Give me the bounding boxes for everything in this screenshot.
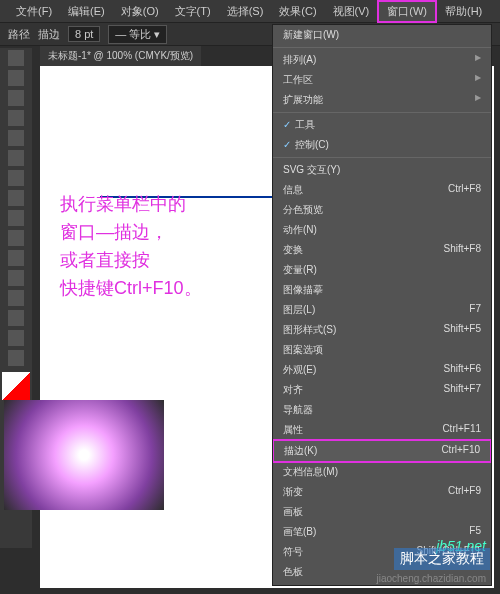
instruction-text: 执行菜单栏中的 窗口—描边， 或者直接按 快捷键Ctrl+F10。 (60, 190, 202, 302)
stroke-profile[interactable]: — 等比 ▾ (108, 25, 167, 44)
mi-layers[interactable]: 图层(L)F7 (273, 300, 491, 320)
instr-line4: 快捷键Ctrl+F10。 (60, 274, 202, 302)
mi-sep[interactable]: 分色预览 (273, 200, 491, 220)
mi-nav[interactable]: 导航器 (273, 400, 491, 420)
watermark-footer: jiaocheng.chazidian.com (376, 573, 486, 584)
path-label: 路径 (8, 27, 30, 42)
mi-gopt[interactable]: 图案选项 (273, 340, 491, 360)
mi-action[interactable]: 动作(N) (273, 220, 491, 240)
menubar: 文件(F) 编辑(E) 对象(O) 文字(T) 选择(S) 效果(C) 视图(V… (0, 0, 500, 23)
instr-line2: 窗口—描边， (60, 218, 202, 246)
tool-free[interactable] (8, 290, 24, 306)
stroke-label: 描边 (38, 27, 60, 42)
mi-ext[interactable]: 扩展功能 (273, 90, 491, 110)
fill-stroke-swatch[interactable] (2, 372, 30, 400)
menu-window[interactable]: 窗口(W) (377, 0, 437, 23)
mi-appear[interactable]: 外观(E)Shift+F6 (273, 360, 491, 380)
mi-tools[interactable]: ✓工具 (273, 115, 491, 135)
menu-select[interactable]: 选择(S) (219, 2, 272, 21)
mi-align[interactable]: 对齐Shift+F7 (273, 380, 491, 400)
mi-attr[interactable]: 属性Ctrl+F11 (273, 420, 491, 440)
menu-view[interactable]: 视图(V) (325, 2, 378, 21)
mi-gstyle[interactable]: 图形样式(S)Shift+F5 (273, 320, 491, 340)
tool-rotate[interactable] (8, 230, 24, 246)
menu-file[interactable]: 文件(F) (8, 2, 60, 21)
mi-docinfo[interactable]: 文档信息(M) (273, 462, 491, 482)
tool-brush[interactable] (8, 170, 24, 186)
mi-newwin[interactable]: 新建窗口(W) (273, 25, 491, 45)
tool-select[interactable] (8, 50, 24, 66)
tool-blend[interactable] (8, 350, 24, 366)
tool-width[interactable] (8, 270, 24, 286)
mi-var[interactable]: 变量(R) (273, 260, 491, 280)
document-tab[interactable]: 未标题-1* @ 100% (CMYK/预览) (40, 46, 201, 66)
tool-mesh[interactable] (8, 310, 24, 326)
menu-object[interactable]: 对象(O) (113, 2, 167, 21)
mi-imgdesc[interactable]: 图像描摹 (273, 280, 491, 300)
mi-arrange[interactable]: 排列(A) (273, 50, 491, 70)
mi-grad[interactable]: 渐变Ctrl+F9 (273, 482, 491, 502)
mi-stroke[interactable]: 描边(K)Ctrl+F10 (272, 439, 492, 463)
watermark-tutorial: 脚本之家教程 (394, 548, 490, 570)
mi-workspace[interactable]: 工作区 (273, 70, 491, 90)
tool-scale[interactable] (8, 250, 24, 266)
mi-svg[interactable]: SVG 交互(Y) (273, 160, 491, 180)
instr-line3: 或者直接按 (60, 246, 202, 274)
tool-direct[interactable] (8, 70, 24, 86)
menu-effect[interactable]: 效果(C) (271, 2, 324, 21)
tool-pen[interactable] (8, 90, 24, 106)
tool-eraser[interactable] (8, 210, 24, 226)
menu-edit[interactable]: 编辑(E) (60, 2, 113, 21)
mi-transform[interactable]: 变换Shift+F8 (273, 240, 491, 260)
window-menu: 新建窗口(W) 排列(A) 工作区 扩展功能 ✓工具 ✓控制(C) SVG 交互… (272, 24, 492, 586)
mi-control[interactable]: ✓控制(C) (273, 135, 491, 155)
tool-pencil[interactable] (8, 190, 24, 206)
decorative-glow (4, 400, 164, 510)
menu-type[interactable]: 文字(T) (167, 2, 219, 21)
mi-info[interactable]: 信息Ctrl+F8 (273, 180, 491, 200)
stroke-weight[interactable]: 8 pt (68, 26, 100, 42)
instr-line1: 执行菜单栏中的 (60, 190, 202, 218)
menu-help[interactable]: 帮助(H) (437, 2, 490, 21)
tool-type[interactable] (8, 110, 24, 126)
mi-artb[interactable]: 画板 (273, 502, 491, 522)
tool-eyedrop[interactable] (8, 330, 24, 346)
tool-rect[interactable] (8, 150, 24, 166)
tool-line[interactable] (8, 130, 24, 146)
